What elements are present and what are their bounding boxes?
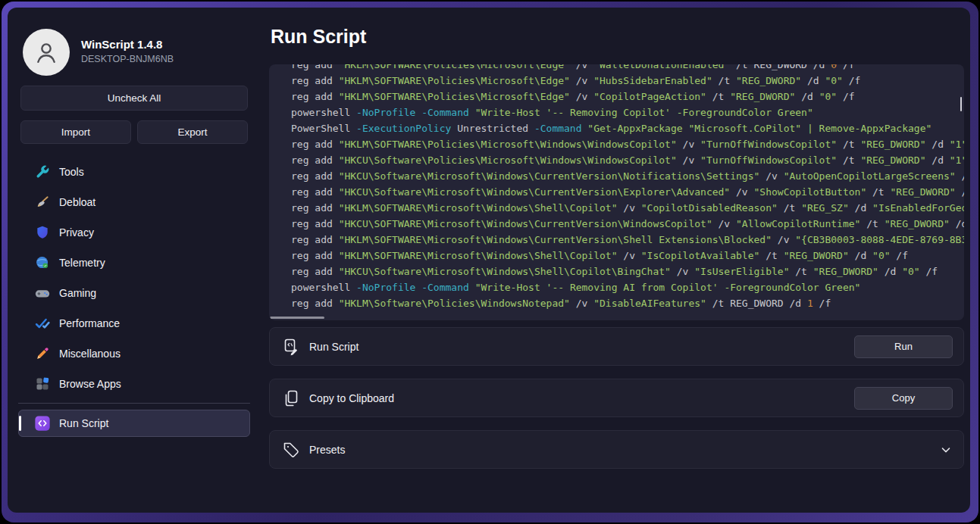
pencil-icon [34, 345, 51, 362]
vertical-scrollbar[interactable] [960, 97, 962, 111]
run-script-row: Run Script Run [269, 327, 964, 366]
code-line: reg add "HKLM\SOFTWARE\Microsoft\Windows… [291, 232, 964, 248]
code-line: reg add "HKLM\SOFTWARE\Microsoft\Windows… [291, 200, 964, 216]
code-line: reg add "HKLM\SOFTWARE\Policies\Microsof… [291, 89, 964, 104]
code-line: reg add "HKCU\Software\Microsoft\Windows… [291, 168, 964, 184]
run-button[interactable]: Run [854, 335, 953, 358]
shield-icon [34, 224, 51, 241]
chevron-down-icon[interactable] [939, 443, 953, 457]
code-line: reg add "HKLM\SOFTWARE\Policies\Microsof… [291, 64, 964, 73]
uncheck-all-button[interactable]: Uncheck All [20, 86, 248, 111]
tag-icon [282, 441, 300, 459]
presets-row[interactable]: Presets [269, 430, 964, 469]
sidebar-item-gaming[interactable]: Gaming [18, 278, 250, 308]
copy-button[interactable]: Copy [854, 387, 953, 410]
sidebar-item-label: Tools [59, 166, 84, 178]
apps-icon [34, 376, 51, 392]
code-line: reg add "HKCU\Software\Microsoft\Windows… [291, 264, 964, 279]
sidebar-nav: Tools Debloat Privacy Telemetry Gaming [18, 157, 250, 399]
page-title: Run Script [271, 26, 366, 48]
presets-row-label: Presets [309, 444, 345, 456]
code-line: reg add "HKCU\SOFTWARE\Microsoft\Windows… [291, 216, 964, 232]
sidebar-item-tools[interactable]: Tools [18, 157, 250, 187]
app-title: WinScript 1.4.8 [81, 38, 162, 51]
sidebar-item-label: Telemetry [59, 257, 105, 269]
code-line: reg add "HKCU\Software\Policies\Microsof… [291, 152, 964, 168]
app-window: WinScript 1.4.8 DESKTOP-BNJM6NB Uncheck … [8, 8, 970, 513]
device-name: DESKTOP-BNJM6NB [81, 54, 174, 64]
sidebar-item-run-script[interactable]: Run Script [18, 410, 250, 437]
sidebar-item-telemetry[interactable]: Telemetry [18, 248, 250, 278]
sidebar-item-label: Run Script [59, 417, 108, 429]
script-pen-icon [282, 338, 300, 356]
import-button[interactable]: Import [20, 120, 131, 144]
code-line: reg add "HKLM\SOFTWARE\Policies\Microsof… [291, 136, 964, 152]
sidebar-item-label: Browse Apps [59, 378, 121, 390]
copy-row-label: Copy to Clipboard [309, 392, 394, 404]
broom-icon [34, 194, 51, 211]
code-line: reg add "HKLM\SOFTWARE\Microsoft\Windows… [291, 248, 964, 264]
sidebar-item-label: Debloat [59, 196, 95, 208]
code-line: powershell -NoProfile -Command "Write-Ho… [291, 104, 964, 120]
code-line: reg add "HKLM\Software\Policies\WindowsN… [291, 295, 964, 311]
sidebar-item-label: Performance [59, 317, 120, 329]
sidebar-item-performance[interactable]: Performance [18, 308, 250, 338]
clipboard-icon [282, 389, 300, 407]
run-row-label: Run Script [309, 341, 358, 353]
sidebar-item-miscellanous[interactable]: Miscellanous [18, 338, 250, 369]
code-line: powershell -NoProfile -Command "Write-Ho… [291, 279, 964, 295]
wrench-icon [34, 164, 51, 180]
copy-row: Copy to Clipboard Copy [269, 379, 964, 417]
avatar [23, 29, 70, 76]
globe-icon [34, 254, 51, 271]
sidebar-item-privacy[interactable]: Privacy [18, 217, 250, 248]
sidebar-item-label: Privacy [59, 226, 94, 239]
code-line: reg add "HKLM\SOFTWARE\Policies\Microsof… [291, 73, 964, 89]
code-line: reg add "HKCU\Software\Microsoft\Windows… [291, 184, 964, 200]
sidebar-divider [18, 403, 250, 404]
code-icon [34, 415, 51, 432]
sidebar-item-browse-apps[interactable]: Browse Apps [18, 369, 250, 399]
sidebar-item-debloat[interactable]: Debloat [18, 187, 250, 217]
code-editor[interactable]: reg add "HKLM\SOFTWARE\Policies\Microsof… [269, 64, 964, 311]
horizontal-scrollbar[interactable] [270, 317, 324, 319]
code-line: PowerShell -ExecutionPolicy Unrestricted… [291, 120, 964, 136]
sidebar-item-label: Gaming [59, 287, 96, 299]
double-check-icon [34, 315, 51, 332]
sidebar-item-label: Miscellanous [59, 348, 121, 360]
export-button[interactable]: Export [137, 120, 248, 144]
person-icon [33, 39, 59, 65]
script-code-panel: reg add "HKLM\SOFTWARE\Policies\Microsof… [269, 64, 964, 320]
gamepad-icon [34, 285, 51, 301]
